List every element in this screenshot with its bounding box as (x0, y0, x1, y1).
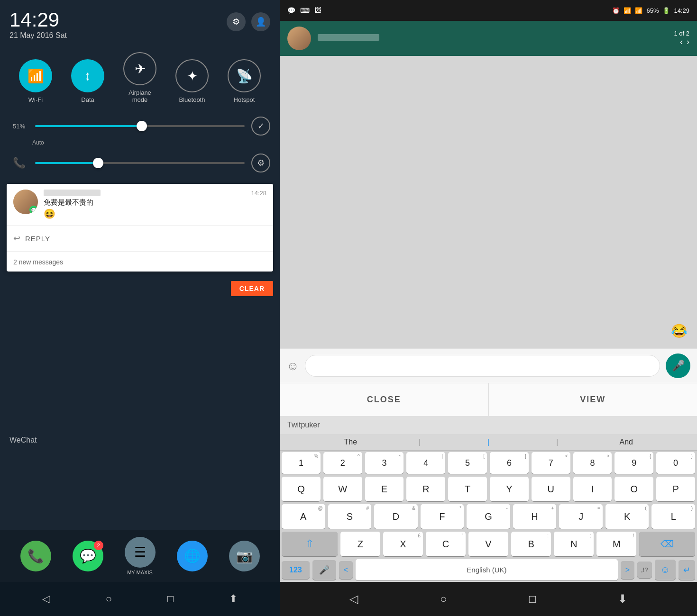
bluetooth-toggle[interactable]: ✦ Bluetooth (175, 59, 209, 103)
time-display: 14:29 (9, 9, 67, 31)
notif-avatar: 💬 (13, 190, 38, 214)
key-6[interactable]: ]6 (490, 452, 529, 474)
right-arrow-key[interactable]: > (621, 561, 634, 579)
key-4[interactable]: |4 (406, 452, 445, 474)
key-v[interactable]: V (468, 532, 508, 556)
hotspot-btn[interactable]: 📡 (228, 59, 261, 92)
key-n[interactable]: ;N (554, 532, 594, 556)
key-0[interactable]: }0 (656, 452, 695, 474)
key-z[interactable]: Z (340, 532, 380, 556)
key-c[interactable]: "C (426, 532, 466, 556)
sep1: | (419, 438, 421, 446)
wifi-btn[interactable]: 📶 (19, 59, 52, 92)
bluetooth-btn[interactable]: ✦ (175, 59, 209, 92)
home-btn-right[interactable]: ○ (440, 592, 447, 606)
shift-key[interactable]: ⇧ (282, 532, 338, 556)
reply-label: REPLY (25, 235, 50, 243)
dock-phone[interactable]: 📞 (20, 541, 51, 571)
key-t[interactable]: T (448, 477, 487, 501)
airplane-toggle[interactable]: ✈ Airplanemode (123, 52, 156, 103)
share-btn[interactable]: ⬆ (229, 593, 238, 605)
airplane-btn[interactable]: ✈ (123, 52, 156, 85)
key-u[interactable]: U (532, 477, 570, 501)
key-q[interactable]: Q (282, 477, 321, 501)
clear-button[interactable]: CLEAR (231, 281, 273, 296)
num-key[interactable]: 123 (282, 561, 310, 579)
spacebar[interactable]: English (UK) (356, 559, 618, 580)
keyboard-hide-btn[interactable]: ⬇ (618, 592, 627, 606)
key-g[interactable]: -G (467, 504, 510, 529)
key-x[interactable]: £X (383, 532, 423, 556)
key-9[interactable]: {9 (614, 452, 653, 474)
home-btn[interactable]: ○ (106, 593, 112, 605)
dock-maxis-icon[interactable]: ☰ (125, 537, 156, 568)
key-s[interactable]: #S (328, 504, 372, 529)
key-8[interactable]: >8 (573, 452, 612, 474)
key-7[interactable]: <7 (532, 452, 570, 474)
data-toggle[interactable]: ↕ Data (71, 59, 104, 103)
dock-maxis[interactable]: ☰ MY MAXIS (125, 537, 156, 575)
brightness-thumb[interactable] (137, 121, 147, 131)
key-k[interactable]: (K (605, 504, 649, 529)
special-key[interactable]: ,!? (637, 562, 651, 578)
num-label: 123 (289, 566, 302, 574)
key-2[interactable]: ^2 (323, 452, 362, 474)
user-icon[interactable]: 👤 (251, 12, 270, 31)
key-l[interactable]: )L (651, 504, 695, 529)
key-r[interactable]: R (406, 477, 445, 501)
key-m[interactable]: /M (596, 532, 636, 556)
brightness-slider[interactable] (35, 125, 245, 127)
key-h[interactable]: +H (513, 504, 557, 529)
key-1[interactable]: %1 (282, 452, 321, 474)
key-p[interactable]: P (656, 477, 695, 501)
suggestion-and[interactable]: And (562, 438, 690, 446)
key-b[interactable]: :B (511, 532, 551, 556)
key-w[interactable]: W (323, 477, 362, 501)
key-y[interactable]: Y (490, 477, 529, 501)
key-5[interactable]: [5 (448, 452, 487, 474)
close-button[interactable]: CLOSE (280, 383, 489, 416)
dock-camera[interactable]: 📷 (229, 541, 260, 571)
backspace-key[interactable]: ⌫ (639, 532, 695, 556)
back-btn-right[interactable]: ◁ (349, 592, 358, 606)
view-button[interactable]: VIEW (489, 383, 697, 416)
auto-brightness-btn[interactable]: ✓ (251, 117, 270, 136)
key-j[interactable]: =J (559, 504, 603, 529)
mic-keyboard-key[interactable]: 🎤 (312, 560, 336, 580)
notif-reply-btn[interactable]: ↩ REPLY (7, 228, 273, 248)
back-btn[interactable]: ◁ (42, 593, 50, 605)
data-btn[interactable]: ↕ (71, 59, 104, 92)
suggestion-the[interactable]: The (286, 438, 415, 446)
settings-icon[interactable]: ⚙ (227, 12, 246, 31)
key-f[interactable]: *F (421, 504, 464, 529)
asdf-row: @A #S &D *F -G +H =J (K )L (280, 503, 697, 530)
key-e[interactable]: E (365, 477, 404, 501)
volume-thumb[interactable] (93, 158, 103, 168)
wa-next-icon[interactable]: › (687, 37, 689, 47)
emoji-keyboard-key[interactable]: ☺ (655, 560, 676, 580)
key-a[interactable]: @A (282, 504, 325, 529)
dock-browser[interactable]: 🌐 (177, 541, 208, 571)
wa-prev-icon[interactable]: ‹ (680, 37, 683, 47)
key-3[interactable]: ~3 (365, 452, 404, 474)
key-d[interactable]: &D (374, 504, 418, 529)
recents-btn-right[interactable]: □ (529, 592, 536, 606)
recents-btn[interactable]: □ (167, 593, 174, 605)
enter-key[interactable]: ↵ (679, 560, 695, 580)
hotspot-toggle[interactable]: 📡 Hotspot (228, 59, 261, 103)
volume-row: 📞 ⚙ (9, 154, 270, 172)
emoji-button[interactable]: ☺ (286, 359, 299, 373)
wifi-toggle[interactable]: 📶 Wi-Fi (19, 59, 52, 103)
key-o[interactable]: O (614, 477, 653, 501)
volume-slider[interactable] (35, 162, 245, 164)
message-input[interactable] (305, 355, 660, 377)
notif-sender-name (44, 190, 101, 196)
voice-button[interactable]: 🎤 (666, 353, 690, 378)
keyboard: %1 ^2 ~3 |4 [5 ]6 <7 >8 {9 }0 Q W E R T … (280, 451, 697, 582)
key-i[interactable]: I (573, 477, 612, 501)
left-arrow-key[interactable]: < (339, 561, 353, 579)
dock-whatsapp[interactable]: 💬 2 (73, 541, 103, 571)
bottom-nav-right: ◁ ○ □ ⬇ (280, 582, 697, 616)
settings-volume-btn[interactable]: ⚙ (251, 154, 270, 172)
status-bar-left: 14:29 21 May 2016 Sat ⚙ 👤 (0, 0, 280, 45)
